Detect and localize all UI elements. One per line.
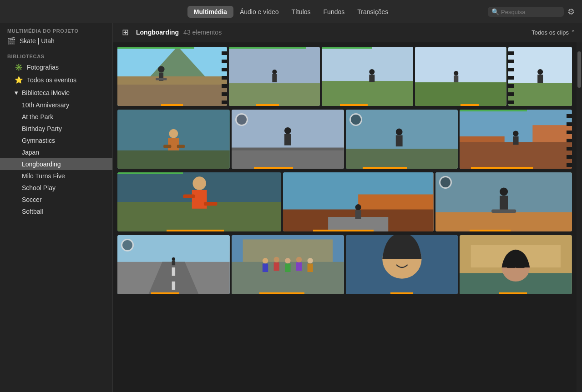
spinner-icon <box>121 239 134 251</box>
svg-point-42 <box>513 131 518 136</box>
sidebar-item-label-biblioteca: Biblioteca iMovie <box>22 89 70 96</box>
svg-rect-28 <box>177 145 185 148</box>
svg-point-13 <box>369 69 375 75</box>
sidebar-item-10th[interactable]: 10th Anniversary <box>0 99 112 111</box>
sidebar-item-japan[interactable]: Japan <box>0 146 112 158</box>
media-clip[interactable] <box>460 235 572 294</box>
sidebar-item-longboarding[interactable]: Longboarding <box>0 158 112 170</box>
media-clip[interactable] <box>117 235 230 294</box>
media-clip[interactable] <box>232 235 344 294</box>
svg-rect-76 <box>285 264 290 272</box>
svg-point-21 <box>537 69 543 75</box>
svg-rect-60 <box>491 210 516 213</box>
sidebar-item-label-longboarding: Longboarding <box>22 161 61 168</box>
sidebar-item-project[interactable]: 🎬 Skate | Utah <box>0 35 112 47</box>
svg-rect-59 <box>500 196 508 211</box>
media-clip[interactable] <box>508 47 572 106</box>
sidebar-item-at-the-park[interactable]: At the Park <box>0 111 112 123</box>
media-row-3 <box>117 172 572 231</box>
svg-point-75 <box>285 258 290 263</box>
scrollbar-thumb[interactable] <box>577 51 581 88</box>
svg-rect-64 <box>172 267 175 276</box>
svg-rect-20 <box>508 83 572 106</box>
film-icon: 🎬 <box>7 37 16 45</box>
svg-rect-22 <box>537 75 543 83</box>
svg-point-32 <box>284 127 291 134</box>
media-clip[interactable] <box>435 172 572 231</box>
gear-icon[interactable]: ⚙ <box>567 7 575 17</box>
svg-rect-65 <box>172 281 175 290</box>
svg-rect-18 <box>454 75 458 82</box>
media-clip[interactable] <box>117 172 281 231</box>
sidebar-item-school-play[interactable]: School Play <box>0 182 112 194</box>
svg-rect-2 <box>117 76 227 85</box>
collection-count: 43 elementos <box>183 29 222 36</box>
sidebar-item-biblioteca-imovie[interactable]: ▾ Biblioteca iMovie <box>0 86 112 99</box>
sidebar-item-milo-turns-five[interactable]: Milo Turns Five <box>0 170 112 182</box>
sidebar-item-label-school-play: School Play <box>22 184 56 191</box>
sidebar-item-gymnastics[interactable]: Gymnastics <box>0 135 112 146</box>
tab-audio[interactable]: Áudio e vídeo <box>233 6 285 18</box>
svg-rect-49 <box>204 202 217 206</box>
search-bar[interactable]: 🔍 <box>488 7 564 17</box>
spinner-icon <box>349 113 362 126</box>
grid-toggle-button[interactable]: ⊞ <box>119 26 132 38</box>
sidebar-item-softball[interactable]: Softball <box>0 206 112 217</box>
svg-point-73 <box>273 257 279 262</box>
sidebar-item-fotografias[interactable]: ✳️ Fotografias <box>0 61 112 74</box>
media-clip[interactable] <box>415 47 506 106</box>
search-input[interactable] <box>501 9 560 15</box>
tab-transicoes[interactable]: Transições <box>351 6 395 18</box>
media-clip[interactable] <box>460 110 572 169</box>
media-row-2 <box>117 110 572 169</box>
media-clip[interactable] <box>322 47 413 106</box>
svg-rect-74 <box>273 262 279 271</box>
top-bar-right: 🔍 ⚙ <box>488 7 575 17</box>
svg-rect-35 <box>346 149 458 169</box>
media-row-4 <box>117 235 572 294</box>
sidebar-item-todos-eventos[interactable]: ⭐ Todos os eventos <box>0 74 112 86</box>
star-icon: ⭐ <box>15 76 23 84</box>
media-grid <box>113 42 577 392</box>
search-icon: 🔍 <box>491 8 499 15</box>
svg-point-4 <box>158 66 164 72</box>
libraries-section-label: BIBLIOTECAS <box>0 47 112 61</box>
sidebar-item-label-todos-eventos: Todos os eventos <box>27 76 76 84</box>
media-clip[interactable] <box>283 172 433 231</box>
spinner-icon <box>235 113 248 126</box>
media-clip[interactable] <box>346 235 458 294</box>
svg-rect-41 <box>460 142 572 169</box>
media-clip[interactable] <box>346 110 458 169</box>
scrollbar[interactable] <box>577 42 582 392</box>
svg-point-71 <box>263 258 268 263</box>
svg-rect-12 <box>322 81 413 106</box>
sidebar: MULTIMÉDIA DO PROJETO 🎬 Skate | Utah BIB… <box>0 23 113 392</box>
svg-rect-43 <box>513 136 518 145</box>
tab-titulos[interactable]: Títulos <box>285 6 317 18</box>
sidebar-item-soccer[interactable]: Soccer <box>0 194 112 206</box>
svg-rect-1 <box>117 82 227 106</box>
media-clip[interactable] <box>229 47 320 106</box>
sidebar-item-birthday-party[interactable]: Birthday Party <box>0 123 112 135</box>
svg-rect-33 <box>284 134 291 146</box>
top-nav-bar: Multimédia Áudio e vídeo Títulos Fundos … <box>0 0 582 23</box>
collection-title: Longboarding <box>136 29 179 36</box>
svg-point-36 <box>395 129 402 136</box>
svg-point-54 <box>355 204 361 210</box>
clips-filter-label: Todos os clips <box>531 29 569 36</box>
tab-multimedia[interactable]: Multimédia <box>187 6 233 18</box>
svg-point-79 <box>307 258 313 263</box>
svg-rect-26 <box>168 138 179 151</box>
svg-rect-67 <box>172 261 175 265</box>
media-clip[interactable] <box>117 47 227 106</box>
svg-point-25 <box>169 129 178 138</box>
svg-rect-14 <box>369 75 375 82</box>
media-clip[interactable] <box>232 110 344 169</box>
clips-filter[interactable]: Todos os clips ⌃ <box>531 29 576 36</box>
media-clip[interactable] <box>117 110 230 169</box>
spinner-icon <box>439 176 452 189</box>
project-section-label: MULTIMÉDIA DO PROJETO <box>0 23 112 35</box>
chevron-down-icon: ▾ <box>15 89 18 97</box>
svg-point-9 <box>272 70 277 74</box>
tab-fundos[interactable]: Fundos <box>317 6 351 18</box>
